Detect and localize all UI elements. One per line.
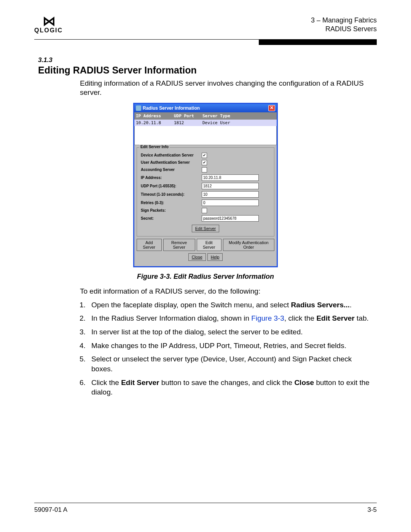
figure-caption: Figure 3-3. Edit Radius Server Informati… [38,273,373,281]
row-type: Device User [202,120,275,125]
close-button[interactable]: Close [188,253,206,261]
udp-input[interactable] [202,183,259,189]
server-row[interactable]: 10.20.11.8 1812 Device User [134,120,277,126]
step-5: Select or unselect the server type (Devi… [88,354,373,374]
step-3: In server list at the top of the dialog,… [88,327,373,337]
chapter-line: 3 – Managing Fabrics [311,16,377,25]
section-number: 3.1.3 [38,56,373,64]
accounting-checkbox[interactable] [202,167,207,173]
logo-mark: ⋈ [34,15,63,27]
col-ip: IP Address [136,113,174,118]
secret-label: Secret: [141,216,202,220]
step-4: Make changes to the IP Address, UDP Port… [88,341,373,351]
user-auth-label: User Authentication Server [141,160,202,165]
row-ip: 10.20.11.8 [136,120,174,125]
tab-modify-auth-order[interactable]: Modify Authentication Order [223,239,274,251]
retries-label: Retries (0-3): [141,201,202,205]
close-icon[interactable]: ✕ [268,105,275,111]
footer-left: 59097-01 A [34,506,67,514]
sign-checkbox[interactable] [202,208,207,213]
device-auth-checkbox[interactable]: ✔ [202,153,207,158]
server-grid-blank [134,126,277,145]
logo: ⋈ QLOGIC [34,15,63,34]
accounting-label: Accounting Server [141,168,202,172]
tab-add-server[interactable]: Add Server [137,239,162,251]
step-2: In the Radius Server Information dialog,… [88,313,373,323]
fieldset-legend: Edit Server Info [139,145,170,149]
help-button[interactable]: Help [207,253,223,261]
col-type: Server Type [202,113,275,118]
user-auth-checkbox[interactable]: ✔ [202,160,207,165]
page-footer: 59097-01 A 3-5 [34,503,377,514]
step-1: Open the faceplate display, open the Swi… [88,300,373,310]
timeout-input[interactable] [202,191,259,198]
section-intro: Editing information of a RADIUS server i… [80,79,373,97]
sign-label: Sign Packets: [141,208,202,212]
ip-label: IP Address: [141,176,202,180]
dialog-title: Radius Server Information [143,105,200,111]
server-grid-header: IP Address UDP Port Server Type [134,112,277,120]
instruction-list: Open the faceplate display, open the Swi… [88,300,373,397]
instructions-lead: To edit information of a RADIUS server, … [80,287,373,296]
section-line: RADIUS Servers [311,25,377,34]
secret-input[interactable] [202,215,259,222]
dialog-icon [136,105,141,111]
tab-edit-server[interactable]: Edit Server [197,239,221,251]
header-rule [34,39,377,45]
section-title: Editing RADIUS Server Information [38,65,373,76]
row-port: 1812 [174,120,202,125]
device-auth-label: Device Authentication Server [141,153,202,157]
ip-input[interactable] [202,174,259,181]
figure-dialog: Radius Server Information ✕ IP Address U… [133,103,278,267]
edit-server-fieldset: Edit Server Info Device Authentication S… [137,147,274,236]
edit-server-button[interactable]: Edit Server [192,225,219,232]
footer-right: 3-5 [367,506,377,514]
step-6: Click the Edit Server button to save the… [88,378,373,397]
tab-remove-server[interactable]: Remove Server [163,239,195,251]
logo-text: QLOGIC [34,27,63,34]
dialog-titlebar[interactable]: Radius Server Information ✕ [134,104,277,112]
col-port: UDP Port [174,113,202,118]
timeout-label: Timeout (1-10 seconds): [141,192,202,197]
figure-xref[interactable]: Figure 3-3 [251,314,284,322]
tab-row: Add Server Remove Server Edit Server Mod… [137,239,274,251]
udp-label: UDP Port (1-65535): [141,184,202,188]
retries-input[interactable] [202,200,259,206]
header-right: 3 – Managing Fabrics RADIUS Servers [311,16,377,34]
